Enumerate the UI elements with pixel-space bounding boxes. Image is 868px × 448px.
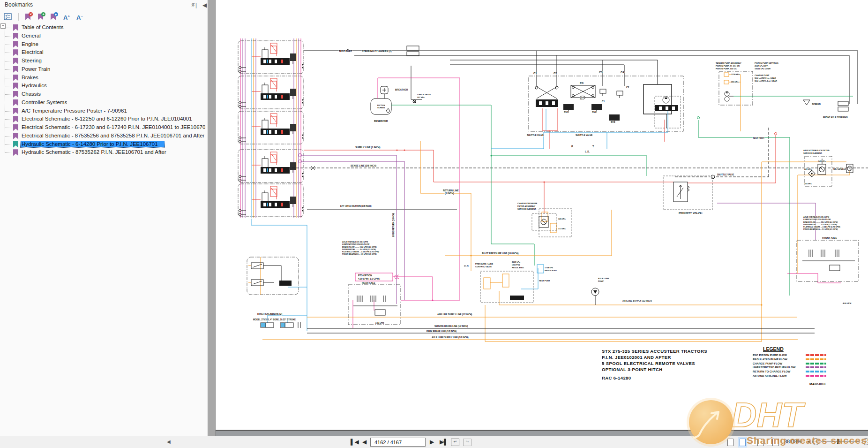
bookmark-label: Hydraulic Schematic - 87535262 P.I.N. JE…: [22, 149, 166, 155]
legend-color-bar: [806, 375, 826, 377]
tree-connector: [5, 69, 12, 70]
title-block-line: 5 SPOOL ELECTRICAL REMOTE VALVES: [602, 360, 707, 366]
schematic-label: PUMP: [598, 280, 604, 282]
goto-bookmark-icon[interactable]: ▸: [51, 14, 57, 21]
schematic-label: 55.2 ml/REV-1st. GEAR: [755, 77, 776, 79]
panel-collapse-icon[interactable]: ◀: [167, 439, 171, 444]
schematic-label: C1: [533, 72, 537, 75]
bookmark-flag-icon: [13, 24, 18, 31]
schematic-label: 690 kPa: [731, 81, 739, 83]
bookmark-flag-icon: [13, 149, 18, 156]
bookmarks-toolbar: ✕ + ▸ A+ A−: [4, 12, 83, 22]
schematic-label: REGULATED: [512, 266, 524, 269]
legend-entry: UNRESTRICTED RETURN FLOW: [753, 365, 826, 370]
schematic-label: PINION BEARINGS -- 1.9 LPM (0.5 GPM): [803, 228, 838, 230]
previous-view-button[interactable]: ↩: [451, 439, 459, 446]
bookmark-label: Steering: [22, 58, 42, 63]
schematic-label: 55.2 ml/REV.-2nd. GEAR: [755, 80, 777, 82]
previous-page-button[interactable]: ◀: [362, 438, 367, 446]
schematic-label: (C-3): [464, 265, 469, 267]
bookmark-label: Hydraulics: [22, 83, 47, 88]
schematic-label: 3790 kPa: [731, 73, 740, 76]
tree-connector: [5, 94, 12, 95]
tree-connector: [5, 119, 12, 120]
continuous-view-icon[interactable]: [740, 439, 746, 446]
next-view-button[interactable]: ↪: [463, 439, 471, 446]
schematic-label: PTO OPTION: [358, 274, 372, 277]
decrease-text-size-icon[interactable]: A−: [76, 13, 83, 21]
delete-bookmark-icon[interactable]: ✕: [25, 14, 31, 21]
schematic-label: LUBRICATION/COOLING FLOW: [342, 243, 370, 245]
schematic-label: PISTON PUMP SETTINGS: [755, 62, 778, 64]
panel-pin-icon[interactable]: »⃗∣: [191, 2, 197, 8]
next-page-button[interactable]: ▶: [430, 438, 434, 446]
schematic-label: T: [592, 145, 594, 148]
bookmark-label: Engine: [22, 41, 38, 47]
tree-connector-line: [5, 26, 5, 152]
bookmark-label: Table of Contents: [22, 24, 64, 30]
add-bookmark-icon[interactable]: +: [38, 14, 44, 21]
schematic-label: 241 kPa: [804, 168, 812, 170]
schematic-label: FRONT AXLE STEERING: [823, 116, 848, 119]
watermark-slogan: Sharing creates success: [747, 435, 868, 446]
schematic-label: AIR/LUBE SUPPLY LINE (1/2 INCH): [437, 313, 472, 316]
legend-entry-label: REGULATED PUMP FLOW: [753, 358, 806, 361]
schematic-label: BREATHER: [395, 88, 408, 91]
tree-connector: [5, 78, 12, 78]
schematic-label: FILTER ASSEMBLY: [517, 205, 535, 207]
schematic-label: C2: [554, 72, 557, 75]
panel-collapse-left-icon[interactable]: ◀: [202, 2, 207, 8]
schematic-label: LUBRICATION/COOLING FLOW: [803, 218, 831, 220]
last-page-button[interactable]: ▶▌: [440, 438, 448, 446]
schematic-label: LUBE RETURN (1 INCH): [392, 213, 395, 237]
schematic-label: C3: [599, 71, 603, 74]
legend-color-bar: [806, 371, 826, 372]
schematic-label: TEST PORT: [753, 137, 765, 139]
legend-color-bar: [806, 354, 826, 356]
bookmark-options-icon[interactable]: [4, 13, 12, 21]
schematic-label: PARK BRAKE LINE (1/2 INCH): [427, 330, 456, 333]
schematic-label: C1: [602, 100, 605, 103]
schematic-label: SCREEN: [812, 103, 821, 106]
schematic-label: CHARGE PUMP: [755, 74, 770, 76]
schematic-label: RESERVOIR: [374, 120, 388, 122]
schematic-legend: LEGEND PFC PISTON PUMP FLOWREGULATED PUM…: [753, 346, 826, 378]
bookmark-label: Electrical Schematic - 6-12250 and 6-122…: [22, 116, 192, 121]
title-block-line: OPTIONAL 3-POINT HITCH: [602, 366, 707, 372]
bookmark-flag-icon: [13, 108, 18, 114]
tree-connector: [5, 86, 12, 86]
schematic-label: AXLE LUBE: [598, 277, 609, 280]
panel-splitter[interactable]: [208, 0, 216, 436]
page-number-combo: ▼: [370, 438, 426, 447]
bookmark-flag-icon: [13, 99, 18, 106]
bookmark-label: Electrical: [22, 49, 44, 55]
bookmark-label: Hydraulic Schematic - 6-14280 Prior to P…: [21, 141, 165, 147]
schematic-label: TANDEM PUMP ASSEMBLY: [716, 62, 741, 64]
schematic-label: SV2: [592, 111, 597, 114]
schematic-label: PINION BEARINGS -- 1.9 LPM (0.5 GPM): [342, 253, 377, 255]
increase-text-size-icon[interactable]: A+: [63, 13, 70, 21]
tree-connector: [5, 53, 12, 53]
schematic-label: SCREEN: [377, 107, 385, 109]
schematic-label: 2067 kPa DIFF.: [755, 65, 768, 67]
drawing-code: MA02J013: [809, 382, 825, 386]
schematic-label: CHARGE PRESSURE: [517, 202, 538, 205]
pdf-viewer-window: Bookmarks »⃗∣ ◀ ✕ + ▸ A+ A− − Table of C…: [0, 0, 868, 448]
schematic-label: OIL COOLER: [833, 168, 847, 170]
legend-color-bar: [806, 366, 826, 368]
schematic-label: PO: [580, 82, 584, 84]
first-page-button[interactable]: ▌◀: [351, 438, 359, 446]
bookmark-flag-icon: [13, 91, 18, 98]
tree-connector: [5, 28, 12, 28]
legend-color-bar: [806, 358, 826, 360]
tree-connector: [5, 128, 12, 128]
svg-text:DHT: DHT: [732, 395, 806, 434]
tree-connector: [5, 111, 12, 112]
tree-connector: [5, 61, 12, 61]
schematic-label: SERVICE BRAKE LINE (1/2 INCH): [434, 325, 468, 327]
legend-title: LEGEND: [763, 346, 826, 352]
schematic-label: TEST PORT: [539, 280, 550, 282]
schematic-label: PRIORITY VALVE:: [679, 212, 703, 214]
schematic-label: SENSE LINE (3/8 INCH): [351, 164, 376, 167]
schematic-label: PISTON PUMP, 100 CC.: [716, 68, 737, 70]
